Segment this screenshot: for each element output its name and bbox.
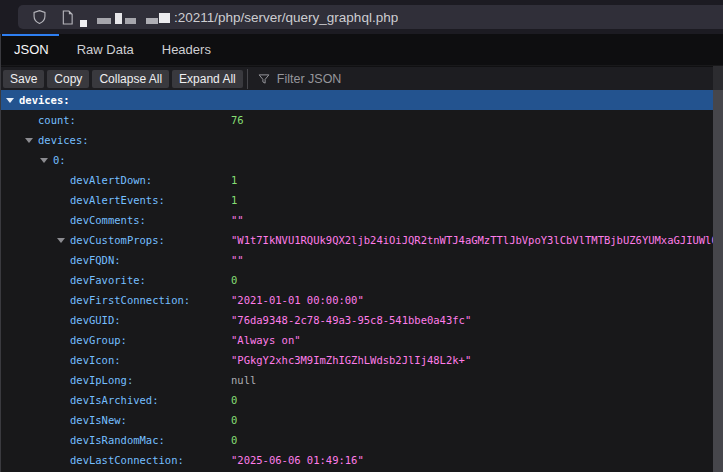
json-key: count: bbox=[38, 110, 76, 130]
filter-json-input[interactable] bbox=[277, 72, 723, 86]
json-row-devIpLong[interactable]: devIpLong:null bbox=[0, 370, 713, 390]
json-row-devGUID[interactable]: devGUID:"76da9348-2c78-49a3-95c8-541bbe0… bbox=[0, 310, 713, 330]
json-row-devComments[interactable]: devComments:"" bbox=[0, 210, 713, 230]
json-row-devFirstConnection[interactable]: devFirstConnection:"2021-01-01 00:00:00" bbox=[0, 290, 713, 310]
json-value: null bbox=[231, 370, 256, 390]
url-text[interactable]: :20211/php/server/query_graphql.php bbox=[174, 10, 398, 25]
collapse-all-button[interactable]: Collapse All bbox=[92, 70, 169, 88]
json-value: 1 bbox=[231, 170, 237, 190]
tab-raw-data-label: Raw Data bbox=[77, 42, 134, 57]
tab-json[interactable]: JSON bbox=[0, 34, 63, 65]
redacted-host bbox=[78, 5, 174, 29]
json-key: devIsArchived: bbox=[70, 390, 159, 410]
json-key: devAlertEvents: bbox=[70, 190, 165, 210]
json-row-devGroup[interactable]: devGroup:"Always on" bbox=[0, 330, 713, 350]
json-value: 0 bbox=[231, 430, 237, 450]
json-row-devAlertEvents[interactable]: devAlertEvents:1 bbox=[0, 190, 713, 210]
json-key: devFQDN: bbox=[70, 250, 121, 270]
save-button[interactable]: Save bbox=[3, 70, 44, 88]
json-value: "76da9348-2c78-49a3-95c8-541bbe0a43fc" bbox=[231, 310, 471, 330]
json-row-devCustomProps[interactable]: devCustomProps:"W1t7IkNVU1RQUk9QX2ljb24i… bbox=[0, 230, 713, 250]
json-row-devices-child[interactable]: devices: bbox=[0, 130, 713, 150]
json-row-devFQDN[interactable]: devFQDN:"" bbox=[0, 250, 713, 270]
json-value: "" bbox=[231, 210, 244, 230]
copy-button[interactable]: Copy bbox=[47, 70, 89, 88]
json-key: devGUID: bbox=[70, 310, 121, 330]
json-value: "Always on" bbox=[231, 330, 301, 350]
json-value: 1 bbox=[231, 190, 237, 210]
filter-box[interactable] bbox=[248, 67, 723, 91]
json-row-devices[interactable]: devices: bbox=[0, 90, 713, 110]
twisty-expanded-icon[interactable] bbox=[6, 98, 14, 103]
json-value: 76 bbox=[231, 110, 244, 130]
shield-icon[interactable] bbox=[30, 9, 48, 25]
browser-chrome: :20211/php/server/query_graphql.php bbox=[0, 0, 723, 34]
filter-funnel-icon bbox=[258, 73, 270, 85]
json-key: 0: bbox=[53, 150, 66, 170]
json-key: devices: bbox=[19, 90, 70, 110]
scrollbar-thumb[interactable] bbox=[713, 90, 723, 472]
json-value: 0 bbox=[231, 410, 237, 430]
json-key: devComments: bbox=[70, 210, 146, 230]
json-row-devAlertDown[interactable]: devAlertDown:1 bbox=[0, 170, 713, 190]
json-value: "PGkgY2xhc3M9ImZhIGZhLWdsb2JlIj48L2k+" bbox=[231, 350, 471, 370]
json-row-devIsNew[interactable]: devIsNew:0 bbox=[0, 410, 713, 430]
window-left-edge bbox=[0, 34, 1, 472]
tab-json-label: JSON bbox=[14, 42, 49, 57]
tab-headers-label: Headers bbox=[162, 42, 211, 57]
json-value: "2025-06-06 01:49:16" bbox=[231, 450, 364, 470]
url-bar[interactable]: :20211/php/server/query_graphql.php bbox=[18, 5, 723, 29]
json-key: devGroup: bbox=[70, 330, 127, 350]
json-value: 0 bbox=[231, 390, 237, 410]
twisty-expanded-icon[interactable] bbox=[40, 158, 48, 163]
json-row-devFavorite[interactable]: devFavorite:0 bbox=[0, 270, 713, 290]
json-key: devices: bbox=[38, 130, 89, 150]
json-row-devIcon[interactable]: devIcon:"PGkgY2xhc3M9ImZhIGZhLWdsb2JlIj4… bbox=[0, 350, 713, 370]
json-toolbar: Save Copy Collapse All Expand All bbox=[0, 66, 723, 90]
json-row-0[interactable]: 0: bbox=[0, 150, 713, 170]
json-row-devLastConnection[interactable]: devLastConnection:"2025-06-06 01:49:16" bbox=[0, 450, 713, 470]
json-key: devIsNew: bbox=[70, 410, 127, 430]
json-key: devCustomProps: bbox=[70, 230, 165, 250]
json-row-devIsArchived[interactable]: devIsArchived:0 bbox=[0, 390, 713, 410]
twisty-expanded-icon[interactable] bbox=[57, 238, 65, 243]
tab-headers[interactable]: Headers bbox=[148, 34, 225, 65]
vertical-scrollbar[interactable] bbox=[713, 66, 723, 472]
json-key: devFavorite: bbox=[70, 270, 146, 290]
json-value: "2021-01-01 00:00:00" bbox=[231, 290, 364, 310]
json-value: 0 bbox=[231, 270, 237, 290]
json-key: devAlertDown: bbox=[70, 170, 152, 190]
json-key: devIsRandomMac: bbox=[70, 430, 165, 450]
json-key: devIcon: bbox=[70, 350, 121, 370]
json-value: "" bbox=[231, 250, 244, 270]
json-key: devLastConnection: bbox=[70, 450, 184, 470]
tab-raw-data[interactable]: Raw Data bbox=[63, 34, 148, 65]
json-key: devIpLong: bbox=[70, 370, 133, 390]
json-key: devFirstConnection: bbox=[70, 290, 190, 310]
json-row-count[interactable]: count:76 bbox=[0, 110, 713, 130]
json-viewer-tabstrip: JSON Raw Data Headers bbox=[0, 34, 723, 66]
page-icon bbox=[58, 10, 76, 25]
json-value: "W1t7IkNVU1RQUk9QX2ljb24iOiJQR2tnWTJ4aGM… bbox=[231, 230, 713, 250]
json-tree: devices:count:76devices:0:devAlertDown:1… bbox=[0, 90, 713, 472]
json-row-devIsRandomMac[interactable]: devIsRandomMac:0 bbox=[0, 430, 713, 450]
twisty-expanded-icon[interactable] bbox=[25, 138, 33, 143]
expand-all-button[interactable]: Expand All bbox=[172, 70, 243, 88]
